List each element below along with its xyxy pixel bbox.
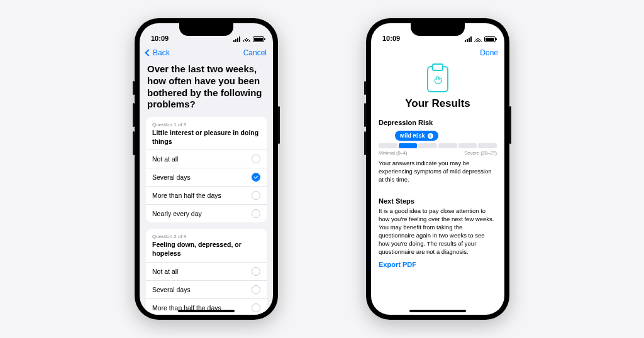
screen-questionnaire: 10:09 Back Cancel Over the last two week… [140, 23, 273, 315]
radio-icon [252, 267, 260, 276]
hand-tap-icon [433, 74, 443, 85]
notch [411, 23, 465, 36]
option-row[interactable]: Not at all [146, 150, 267, 168]
scale-segment [379, 143, 397, 148]
scale-max-label: Severe (20–27) [464, 150, 497, 156]
question-text: Little interest or pleasure in doing thi… [152, 129, 260, 146]
cellular-icon [465, 36, 472, 42]
option-row[interactable]: Not at all [146, 262, 267, 280]
option-label: Not at all [152, 155, 178, 163]
scale-segment [418, 143, 437, 148]
question-text: Feeling down, depressed, or hopeless [152, 241, 260, 258]
next-steps-label: Next Steps [379, 197, 497, 205]
status-time: 10:09 [382, 35, 400, 42]
battery-icon [253, 36, 264, 42]
chevron-left-icon [145, 49, 152, 56]
status-time: 10:09 [151, 35, 169, 42]
cancel-button[interactable]: Cancel [243, 48, 267, 57]
scale-segment [438, 143, 457, 148]
risk-pill[interactable]: Mild Risk i [395, 131, 438, 141]
battery-icon [484, 36, 496, 42]
question-counter: Question 2 of 9 [152, 234, 260, 239]
option-row[interactable]: Nearly every day [146, 204, 267, 222]
radio-selected-icon [252, 173, 260, 182]
scale-segment [458, 143, 477, 148]
scale-segment-active [399, 143, 418, 148]
nav-bar: Done [371, 43, 504, 62]
option-label: More than half the days [152, 192, 221, 199]
results-title: Your Results [379, 97, 497, 110]
question-card: Question 2 of 9 Feeling down, depressed,… [146, 229, 267, 315]
scale-min-label: Minimal (0–4) [379, 150, 407, 156]
cellular-icon [233, 36, 240, 42]
notch [179, 23, 233, 36]
results-summary: Your answers indicate you may be experie… [379, 160, 497, 183]
option-label: Several days [152, 173, 191, 181]
radio-icon [252, 155, 260, 163]
back-button[interactable]: Back [146, 48, 170, 57]
question-card: Question 1 of 9 Little interest or pleas… [146, 117, 267, 222]
clipboard-icon [427, 66, 448, 92]
option-row[interactable]: Several days [146, 280, 267, 298]
export-pdf-button[interactable]: Export PDF [379, 261, 416, 268]
next-steps-text: It is a good idea to pay close attention… [379, 207, 497, 256]
risk-label: Depression Risk [379, 119, 497, 126]
risk-pill-text: Mild Risk [400, 133, 425, 139]
risk-scale [379, 143, 497, 148]
radio-icon [252, 303, 260, 312]
radio-icon [252, 191, 260, 200]
option-label: Nearly every day [152, 210, 202, 217]
home-indicator[interactable] [409, 310, 466, 312]
phone-results: 10:09 Done Your Results Depression Risk [366, 18, 509, 320]
screen-results: 10:09 Done Your Results Depression Risk [371, 23, 504, 315]
wifi-icon [243, 36, 250, 42]
phone-questionnaire: 10:09 Back Cancel Over the last two week… [135, 18, 278, 320]
back-label: Back [153, 48, 170, 57]
wifi-icon [474, 36, 482, 42]
option-row[interactable]: Several days [146, 168, 267, 186]
radio-icon [252, 285, 260, 294]
option-label: Not at all [152, 268, 178, 275]
info-icon: i [428, 133, 433, 139]
home-indicator[interactable] [178, 310, 235, 312]
done-button[interactable]: Done [480, 48, 498, 57]
scale-segment [478, 143, 497, 148]
option-label: Several days [152, 286, 191, 293]
radio-icon [252, 209, 260, 218]
question-counter: Question 1 of 9 [152, 122, 260, 128]
nav-bar: Back Cancel [140, 43, 273, 62]
option-row[interactable]: More than half the days [146, 298, 267, 315]
option-row[interactable]: More than half the days [146, 186, 267, 204]
question-heading: Over the last two weeks, how often have … [146, 62, 267, 117]
